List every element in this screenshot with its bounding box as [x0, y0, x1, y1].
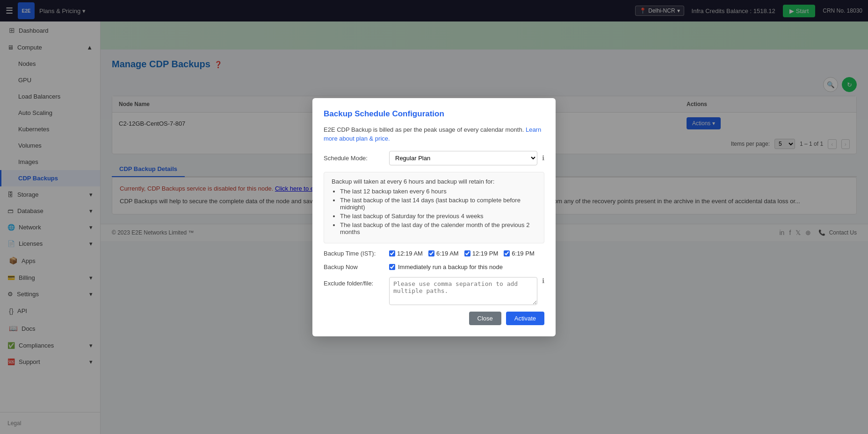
schedule-mode-info-icon[interactable]: ℹ	[542, 154, 544, 162]
schedule-mode-select[interactable]: Regular Plan Custom Plan	[389, 151, 537, 165]
activate-button[interactable]: Activate	[506, 312, 544, 325]
schedule-mode-row: Schedule Mode: Regular Plan Custom Plan …	[324, 151, 544, 165]
exclude-label: Exclude folder/file:	[324, 277, 384, 287]
bullet-1: The last 12 backup taken every 6 hours	[340, 188, 536, 195]
modal-billing-text: E2E CDP Backup is billed as per the peak…	[324, 125, 544, 143]
backup-now-row: Backup Now Immediately run a backup for …	[324, 263, 544, 270]
schedule-mode-label: Schedule Mode:	[324, 155, 384, 162]
backup-now-label: Backup Now	[324, 263, 384, 270]
time-checkbox-619am[interactable]	[428, 250, 434, 256]
time-check-619pm: 6:19 PM	[504, 250, 534, 257]
schedule-bullets-list: The last 12 backup taken every 6 hours T…	[340, 188, 536, 235]
time-check-1219am: 12:19 AM	[389, 250, 423, 257]
time-checkbox-1219pm[interactable]	[464, 250, 470, 256]
backup-now-checkbox[interactable]	[389, 264, 395, 270]
time-label-1219am: 12:19 AM	[397, 250, 423, 257]
backup-now-check: Immediately run a backup for this node	[389, 263, 503, 270]
time-check-1219pm: 12:19 PM	[464, 250, 499, 257]
time-label-1219pm: 12:19 PM	[472, 250, 499, 257]
modal-overlay[interactable]: Backup Schedule Configuration E2E CDP Ba…	[0, 0, 868, 434]
backup-now-check-label: Immediately run a backup for this node	[398, 263, 503, 270]
schedule-description: Backup will taken at every 6 hours and b…	[324, 172, 544, 243]
time-label-619pm: 6:19 PM	[512, 250, 534, 257]
exclude-textarea[interactable]	[389, 277, 537, 305]
backup-time-row: Backup Time (IST): 12:19 AM 6:19 AM 12:1…	[324, 250, 544, 257]
close-button[interactable]: Close	[469, 312, 501, 325]
backup-times-list: 12:19 AM 6:19 AM 12:19 PM 6:19 PM	[389, 250, 535, 257]
modal-title: Backup Schedule Configuration	[324, 109, 544, 119]
schedule-desc-header: Backup will taken at every 6 hours and b…	[332, 178, 536, 185]
time-checkbox-1219am[interactable]	[389, 250, 395, 256]
time-label-619am: 6:19 AM	[436, 250, 459, 257]
bullet-4: The last backup of the last day of the c…	[340, 221, 536, 235]
backup-schedule-modal: Backup Schedule Configuration E2E CDP Ba…	[312, 98, 556, 336]
backup-time-label: Backup Time (IST):	[324, 250, 384, 257]
time-checkbox-619pm[interactable]	[504, 250, 510, 256]
exclude-row: Exclude folder/file: ℹ	[324, 277, 544, 305]
modal-footer: Close Activate	[324, 312, 544, 325]
exclude-info-icon[interactable]: ℹ	[542, 277, 544, 285]
time-check-619am: 6:19 AM	[428, 250, 459, 257]
bullet-2: The last backup of the last 14 days (las…	[340, 197, 536, 211]
bullet-3: The last backup of Saturday for the prev…	[340, 213, 536, 220]
